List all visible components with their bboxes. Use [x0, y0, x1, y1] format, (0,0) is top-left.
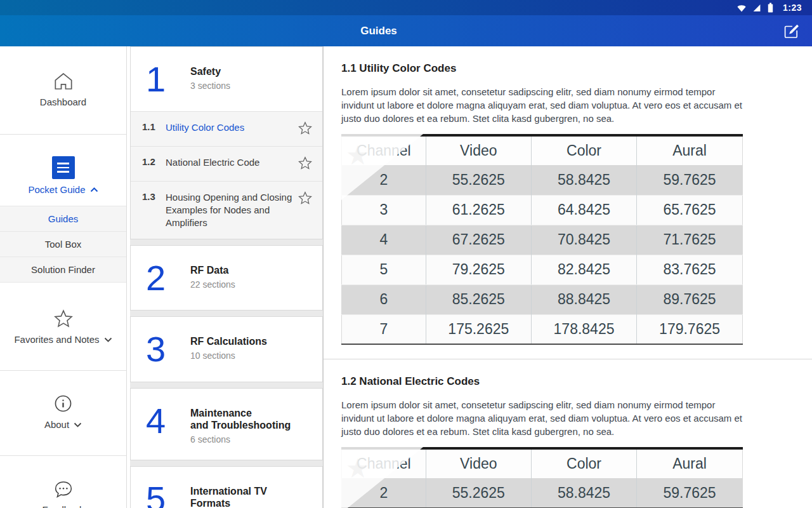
- chapter-list: 1 Safety 3 sections 1.1 Utility Color Co…: [130, 46, 323, 508]
- sidebar-item-label: Pocket Guide: [28, 184, 85, 195]
- subsection-item[interactable]: 1.1 Utility Color Codes: [131, 111, 322, 146]
- sidebar-subnav-label: Tool Box: [45, 239, 82, 250]
- main-area: Dashboard Pocket Guide Guides Tool Box S…: [0, 46, 812, 508]
- table-cell: 70.8425: [531, 225, 636, 255]
- subsection-item[interactable]: 1.3 Housing Opening and Closing Examples…: [131, 181, 322, 239]
- favorite-star-icon[interactable]: [298, 191, 312, 206]
- chapter-title: Safety: [190, 65, 230, 77]
- sidebar-item-about[interactable]: About: [0, 394, 126, 430]
- chapter-number: 1: [146, 62, 175, 96]
- sidebar-subnav-item-tool-box[interactable]: Tool Box: [0, 232, 126, 257]
- table-row: 255.262558.842559.7625: [342, 478, 743, 508]
- subsection-number: 1.3: [142, 191, 166, 202]
- table-row: 579.262582.842583.7625: [342, 255, 743, 284]
- chapter-card[interactable]: 5 International TV Formats 4 sections: [130, 466, 323, 508]
- chapter-title: International TV Formats: [190, 485, 267, 508]
- section-body: Lorem ipsum dolor sit amet, consetetur s…: [341, 85, 743, 125]
- sidebar-subnav: Guides Tool Box Solution Finder: [0, 206, 126, 283]
- sidebar-subnav-item-solution-finder[interactable]: Solution Finder: [0, 257, 126, 283]
- table-cell: 4: [342, 225, 426, 255]
- table-cell: 55.2625: [426, 478, 531, 508]
- chapter-card[interactable]: 1 Safety 3 sections 1.1 Utility Color Co…: [130, 46, 323, 239]
- table-cell: 7: [342, 314, 426, 344]
- table-row: 7175.2625178.8425179.7625: [342, 314, 743, 344]
- table-cell: 179.7625: [637, 314, 743, 344]
- chevron-up-icon: [90, 184, 98, 195]
- table-cell: 88.8425: [531, 284, 636, 314]
- table-header-cell: Video: [426, 135, 531, 165]
- content-section: 1.1 Utility Color Codes Lorem ipsum dolo…: [324, 46, 812, 359]
- compose-button[interactable]: [782, 22, 801, 40]
- table-cell: 79.2625: [426, 255, 531, 284]
- sidebar-subnav-label: Guides: [48, 213, 79, 224]
- table-cell: 85.2625: [426, 284, 531, 314]
- app-screen: 1:23 Guides Dashboard: [0, 0, 812, 508]
- frequency-table: ★ ChannelVideoColorAural 255.262558.8425…: [341, 447, 743, 508]
- chapter-card[interactable]: 3 RF Calculations 10 sections: [130, 316, 323, 382]
- sidebar-item-label: Dashboard: [40, 97, 86, 107]
- chapter-title: RF Calculations: [190, 335, 267, 347]
- table-cell: 89.7625: [637, 284, 743, 314]
- table-cell: 3: [342, 195, 426, 225]
- sidebar-item-pocket-guide[interactable]: Pocket Guide: [0, 156, 126, 195]
- sidebar-subnav-label: Solution Finder: [31, 264, 95, 275]
- sidebar-divider: [0, 455, 126, 456]
- section-heading: 1.1 Utility Color Codes: [341, 62, 743, 75]
- sidebar-item-label: About: [44, 419, 69, 430]
- star-icon: [54, 309, 73, 330]
- table-cell: 58.8425: [531, 165, 636, 195]
- feedback-icon: [53, 480, 74, 502]
- chapter-sections-count: 22 sections: [190, 279, 235, 290]
- sidebar: Dashboard Pocket Guide Guides Tool Box S…: [0, 46, 127, 508]
- sidebar-item-dashboard[interactable]: Dashboard: [0, 72, 126, 107]
- chapter-number: 3: [146, 332, 175, 366]
- home-icon: [53, 72, 74, 93]
- sidebar-item-label: Feedback: [43, 504, 84, 508]
- page-title: Guides: [0, 15, 757, 46]
- table-row: 685.262588.842589.7625: [342, 284, 743, 314]
- table-header-cell: Color: [531, 135, 636, 165]
- table-cell: 59.7625: [637, 478, 743, 508]
- status-bar: 1:23: [0, 0, 812, 15]
- chapter-number: 5: [146, 482, 175, 508]
- subsection-title: Housing Opening and Closing Examples for…: [166, 191, 298, 229]
- table-cell: 64.8425: [531, 195, 636, 225]
- table-cell: 5: [342, 255, 426, 284]
- table-cell: 6: [342, 284, 426, 314]
- info-icon: [53, 394, 73, 416]
- table-cell: 65.7625: [637, 195, 743, 225]
- section-heading: 1.2 National Electric Codes: [341, 375, 743, 388]
- sidebar-item-feedback[interactable]: Feedback: [0, 480, 126, 508]
- sidebar-item-label: Favorites and Notes: [14, 334, 99, 345]
- chapter-card[interactable]: 4 Maintenance and Troubleshooting 6 sect…: [130, 388, 323, 460]
- table-header-cell: Aural: [637, 448, 743, 478]
- chapter-card[interactable]: 2 RF Data 22 sections: [130, 245, 323, 311]
- chevron-down-icon: [104, 333, 112, 345]
- subsection-item[interactable]: 1.2 National Electric Code: [131, 146, 322, 181]
- sidebar-item-favorites[interactable]: Favorites and Notes: [0, 309, 126, 345]
- table-cell: 55.2625: [426, 165, 531, 195]
- subsection-title: National Electric Code: [166, 156, 298, 169]
- table-cell: 67.2625: [426, 225, 531, 255]
- table-cell: 58.8425: [531, 478, 636, 508]
- sidebar-subnav-item-guides[interactable]: Guides: [0, 206, 126, 232]
- sidebar-divider: [0, 370, 126, 371]
- wifi-icon: [737, 4, 747, 12]
- content-area: 1.1 Utility Color Codes Lorem ipsum dolo…: [324, 46, 812, 508]
- table-cell: 59.7625: [637, 165, 743, 195]
- chapter-sections-count: 3 sections: [190, 81, 230, 91]
- table-cell: 61.2625: [426, 195, 531, 225]
- section-body: Lorem ipsum dolor sit amet, consetetur s…: [341, 398, 743, 438]
- content-section: 1.2 National Electric Codes Lorem ipsum …: [324, 359, 812, 508]
- table-cell: 178.8425: [531, 314, 636, 344]
- chapter-number: 4: [146, 404, 175, 444]
- favorite-star-icon[interactable]: [298, 156, 312, 171]
- chapter-sections-count: 10 sections: [190, 351, 267, 361]
- menu-icon: [52, 156, 75, 179]
- table-header-cell: Aural: [637, 135, 743, 165]
- table-cell: 82.8425: [531, 255, 636, 284]
- subsection-list: 1.1 Utility Color Codes 1.2 National Ele…: [131, 111, 322, 239]
- chapter-sections-count: 6 sections: [190, 434, 291, 444]
- favorite-star-icon[interactable]: [298, 121, 312, 137]
- app-bar: Guides: [0, 15, 812, 46]
